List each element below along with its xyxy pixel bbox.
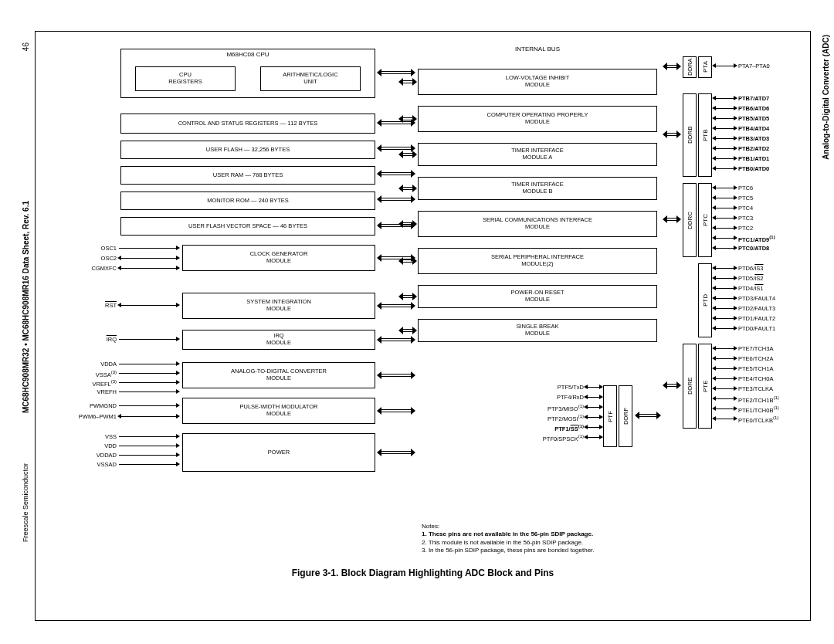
arrowhead-icon xyxy=(176,434,180,439)
port-pin: PTC1/ATD9(1) xyxy=(738,235,775,243)
pin-vddad: VDDAD xyxy=(78,452,117,459)
arrowhead-icon xyxy=(734,296,737,300)
arrowhead-icon xyxy=(712,116,716,120)
arrowhead-icon xyxy=(712,236,716,240)
pin-arrow xyxy=(119,258,179,259)
port-pin: PTE2/TCH1B(1) xyxy=(738,395,779,404)
arrowhead-icon xyxy=(712,276,716,280)
arrowhead-icon xyxy=(734,136,737,141)
arrowhead-icon xyxy=(712,296,716,300)
arrowhead-icon xyxy=(584,415,588,419)
bus-connector xyxy=(377,69,415,76)
arrowhead-icon xyxy=(712,106,716,110)
ptf-pin: PTF2/MOSI(1) xyxy=(522,414,584,422)
ptf-pin: PTF3/MISO(1) xyxy=(522,404,584,412)
arrowhead-icon xyxy=(712,266,716,270)
arrowhead-icon xyxy=(734,316,737,320)
bus-connector xyxy=(377,336,415,344)
arrowhead-icon xyxy=(734,116,737,120)
arrowhead-icon xyxy=(712,376,716,381)
arrowhead-icon xyxy=(599,425,603,429)
port-pin: PTE6/TCH2A xyxy=(738,355,773,362)
arrowhead-icon xyxy=(712,366,716,371)
port-pin: PTE5/TCH1A xyxy=(738,365,773,372)
ptb-box: PTB xyxy=(698,93,712,177)
bus-connector xyxy=(377,170,415,178)
arrowhead-icon xyxy=(712,96,716,100)
arrowhead-icon xyxy=(176,443,180,448)
pin-arrow xyxy=(119,248,179,249)
arrowhead-icon xyxy=(734,346,737,351)
arrowhead-icon xyxy=(712,386,716,391)
arrowhead-icon xyxy=(734,106,737,110)
bus-connector xyxy=(377,371,415,379)
pin-rst: RST xyxy=(78,302,117,309)
pin-arrow xyxy=(119,305,179,306)
pin-osc2: OSC2 xyxy=(78,255,117,262)
port-pin: PTB5/ATD5 xyxy=(738,115,769,122)
arrowhead-icon xyxy=(176,462,180,466)
arrowhead-icon xyxy=(734,286,737,290)
port-pin: PTD5/IS2 xyxy=(738,275,764,282)
arrowhead-icon xyxy=(734,63,737,68)
arrowhead-icon xyxy=(599,405,603,409)
arrowhead-icon xyxy=(712,195,716,200)
arrowhead-icon xyxy=(584,425,588,429)
port-pin: PTD6/IS3 xyxy=(738,265,764,272)
note-2: 2. This module is not available in the 5… xyxy=(422,539,595,547)
arrowhead-icon xyxy=(584,385,588,389)
csr-block: CONTROL AND STATUS REGISTERS — 112 BYTES xyxy=(120,114,375,134)
ptf-pin: PTF5/TxD xyxy=(522,384,584,391)
arrowhead-icon xyxy=(176,414,180,419)
port-pin: PTC3 xyxy=(738,215,753,222)
pin-vss: VSS xyxy=(78,433,117,440)
arrowhead-icon xyxy=(734,185,737,190)
por-block: POWER-ON RESETMODULE xyxy=(418,285,657,308)
section-header: Analog-to-Digital Converter (ADC) xyxy=(822,35,830,160)
bus-connector xyxy=(377,449,415,456)
bus-connector xyxy=(377,195,415,203)
port-pin: PTE0/TCLKB(1) xyxy=(738,415,778,424)
arrowhead-icon xyxy=(712,306,716,310)
sci-block: SERIAL COMMUNICATIONS INTERFACEMODULE xyxy=(418,211,657,237)
arrowhead-icon xyxy=(712,396,716,401)
pin-arrow xyxy=(119,373,179,374)
arrowhead-icon xyxy=(176,403,180,408)
arrowhead-icon xyxy=(117,256,121,260)
pin-vrefh: VREFH xyxy=(78,388,117,395)
arrowhead-icon xyxy=(584,395,588,399)
arrowhead-icon xyxy=(712,225,716,230)
bus-connector xyxy=(377,302,415,310)
arrowhead-icon xyxy=(584,435,588,439)
arrowhead-icon xyxy=(176,303,180,307)
port-pin: PTB7/ATD7 xyxy=(738,95,769,102)
pwm-block: PULSE-WIDTH MODULATORMODULE xyxy=(182,398,375,424)
pin-vrefl(3): VREFL(3) xyxy=(78,379,117,388)
pin-arrow xyxy=(119,416,179,417)
timb-block: TIMER INTERFACEMODULE B xyxy=(418,177,657,200)
arrowhead-icon xyxy=(734,366,737,371)
bus-conn-pte xyxy=(663,381,681,389)
sim-block: SYSTEM INTEGRATIONMODULE xyxy=(182,293,375,319)
arrowhead-icon xyxy=(176,256,180,260)
arrowhead-icon xyxy=(734,376,737,381)
arrowhead-icon xyxy=(734,166,737,171)
arrowhead-icon xyxy=(712,356,716,361)
pin-pwmgnd: PWMGND xyxy=(78,402,117,409)
arrowhead-icon xyxy=(584,405,588,409)
bus-conn-ptf xyxy=(635,412,661,419)
arrowhead-icon xyxy=(734,96,737,100)
port-pin: PTD3/FAULT4 xyxy=(738,295,775,302)
pin-arrow xyxy=(119,405,179,406)
arrowhead-icon xyxy=(712,146,716,151)
bus-conn-ptc xyxy=(663,215,681,223)
arrowhead-icon xyxy=(734,205,737,210)
arrowhead-icon xyxy=(712,166,716,171)
user-ram-block: USER RAM — 768 BYTES xyxy=(120,166,375,185)
pin-vssad: VSSAD xyxy=(78,461,117,468)
monitor-rom-block: MONITOR ROM — 240 BYTES xyxy=(120,192,375,210)
clock-gen-block: CLOCK GENERATORMODULE xyxy=(182,245,375,271)
bus-connector xyxy=(398,293,417,300)
pin-arrow xyxy=(119,455,179,456)
port-pin: PTE1/TCH0B(1) xyxy=(738,405,779,414)
